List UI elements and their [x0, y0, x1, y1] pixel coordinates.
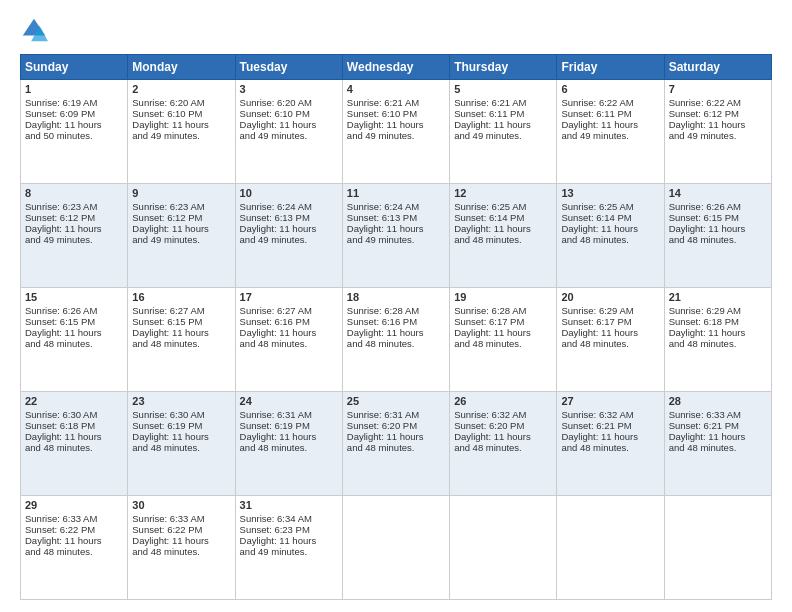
daylight-label: Daylight: 11 hoursand 48 minutes.: [25, 431, 102, 453]
sunrise-label: Sunrise: 6:31 AM: [240, 409, 312, 420]
sunrise-label: Sunrise: 6:28 AM: [347, 305, 419, 316]
daylight-label: Daylight: 11 hoursand 48 minutes.: [669, 223, 746, 245]
day-number: 23: [132, 395, 230, 407]
day-number: 27: [561, 395, 659, 407]
day-number: 3: [240, 83, 338, 95]
day-number: 25: [347, 395, 445, 407]
calendar-cell: 7 Sunrise: 6:22 AM Sunset: 6:12 PM Dayli…: [664, 80, 771, 184]
daylight-label: Daylight: 11 hoursand 48 minutes.: [347, 327, 424, 349]
sunrise-label: Sunrise: 6:21 AM: [347, 97, 419, 108]
sunrise-label: Sunrise: 6:34 AM: [240, 513, 312, 524]
sunrise-label: Sunrise: 6:27 AM: [240, 305, 312, 316]
daylight-label: Daylight: 11 hoursand 49 minutes.: [240, 535, 317, 557]
day-number: 8: [25, 187, 123, 199]
col-friday: Friday: [557, 55, 664, 80]
calendar-cell: 23 Sunrise: 6:30 AM Sunset: 6:19 PM Dayl…: [128, 392, 235, 496]
day-number: 18: [347, 291, 445, 303]
calendar-cell: 25 Sunrise: 6:31 AM Sunset: 6:20 PM Dayl…: [342, 392, 449, 496]
calendar-cell: 4 Sunrise: 6:21 AM Sunset: 6:10 PM Dayli…: [342, 80, 449, 184]
sunset-label: Sunset: 6:09 PM: [25, 108, 95, 119]
col-monday: Monday: [128, 55, 235, 80]
calendar-cell: 9 Sunrise: 6:23 AM Sunset: 6:12 PM Dayli…: [128, 184, 235, 288]
sunrise-label: Sunrise: 6:24 AM: [347, 201, 419, 212]
sunset-label: Sunset: 6:16 PM: [347, 316, 417, 327]
daylight-label: Daylight: 11 hoursand 49 minutes.: [25, 223, 102, 245]
calendar-cell: 20 Sunrise: 6:29 AM Sunset: 6:17 PM Dayl…: [557, 288, 664, 392]
sunset-label: Sunset: 6:23 PM: [240, 524, 310, 535]
calendar-table: Sunday Monday Tuesday Wednesday Thursday…: [20, 54, 772, 600]
sunrise-label: Sunrise: 6:19 AM: [25, 97, 97, 108]
sunrise-label: Sunrise: 6:25 AM: [561, 201, 633, 212]
sunset-label: Sunset: 6:10 PM: [132, 108, 202, 119]
calendar-cell: 21 Sunrise: 6:29 AM Sunset: 6:18 PM Dayl…: [664, 288, 771, 392]
day-number: 14: [669, 187, 767, 199]
daylight-label: Daylight: 11 hoursand 48 minutes.: [669, 431, 746, 453]
sunset-label: Sunset: 6:20 PM: [347, 420, 417, 431]
sunrise-label: Sunrise: 6:27 AM: [132, 305, 204, 316]
daylight-label: Daylight: 11 hoursand 49 minutes.: [561, 119, 638, 141]
day-number: 29: [25, 499, 123, 511]
day-number: 22: [25, 395, 123, 407]
calendar-cell: 16 Sunrise: 6:27 AM Sunset: 6:15 PM Dayl…: [128, 288, 235, 392]
sunset-label: Sunset: 6:18 PM: [25, 420, 95, 431]
calendar-cell: 6 Sunrise: 6:22 AM Sunset: 6:11 PM Dayli…: [557, 80, 664, 184]
day-number: 15: [25, 291, 123, 303]
sunrise-label: Sunrise: 6:25 AM: [454, 201, 526, 212]
sunrise-label: Sunrise: 6:33 AM: [132, 513, 204, 524]
page: Sunday Monday Tuesday Wednesday Thursday…: [0, 0, 792, 612]
daylight-label: Daylight: 11 hoursand 48 minutes.: [561, 327, 638, 349]
sunrise-label: Sunrise: 6:24 AM: [240, 201, 312, 212]
day-number: 26: [454, 395, 552, 407]
calendar-week-row: 8 Sunrise: 6:23 AM Sunset: 6:12 PM Dayli…: [21, 184, 772, 288]
day-number: 19: [454, 291, 552, 303]
sunset-label: Sunset: 6:19 PM: [132, 420, 202, 431]
daylight-label: Daylight: 11 hoursand 48 minutes.: [561, 431, 638, 453]
col-thursday: Thursday: [450, 55, 557, 80]
day-number: 20: [561, 291, 659, 303]
calendar-cell: [342, 496, 449, 600]
sunrise-label: Sunrise: 6:23 AM: [132, 201, 204, 212]
daylight-label: Daylight: 11 hoursand 48 minutes.: [240, 431, 317, 453]
calendar-cell: 28 Sunrise: 6:33 AM Sunset: 6:21 PM Dayl…: [664, 392, 771, 496]
sunrise-label: Sunrise: 6:31 AM: [347, 409, 419, 420]
calendar-cell: 18 Sunrise: 6:28 AM Sunset: 6:16 PM Dayl…: [342, 288, 449, 392]
day-number: 5: [454, 83, 552, 95]
col-sunday: Sunday: [21, 55, 128, 80]
day-number: 1: [25, 83, 123, 95]
header: [20, 16, 772, 44]
sunset-label: Sunset: 6:13 PM: [240, 212, 310, 223]
day-number: 31: [240, 499, 338, 511]
sunset-label: Sunset: 6:14 PM: [561, 212, 631, 223]
col-wednesday: Wednesday: [342, 55, 449, 80]
sunrise-label: Sunrise: 6:26 AM: [669, 201, 741, 212]
sunset-label: Sunset: 6:21 PM: [669, 420, 739, 431]
daylight-label: Daylight: 11 hoursand 48 minutes.: [454, 327, 531, 349]
daylight-label: Daylight: 11 hoursand 48 minutes.: [132, 327, 209, 349]
calendar-cell: 24 Sunrise: 6:31 AM Sunset: 6:19 PM Dayl…: [235, 392, 342, 496]
sunrise-label: Sunrise: 6:26 AM: [25, 305, 97, 316]
calendar-cell: 10 Sunrise: 6:24 AM Sunset: 6:13 PM Dayl…: [235, 184, 342, 288]
daylight-label: Daylight: 11 hoursand 49 minutes.: [347, 119, 424, 141]
day-number: 30: [132, 499, 230, 511]
daylight-label: Daylight: 11 hoursand 49 minutes.: [240, 119, 317, 141]
col-tuesday: Tuesday: [235, 55, 342, 80]
daylight-label: Daylight: 11 hoursand 48 minutes.: [240, 327, 317, 349]
sunrise-label: Sunrise: 6:30 AM: [25, 409, 97, 420]
calendar-cell: [557, 496, 664, 600]
calendar-cell: 14 Sunrise: 6:26 AM Sunset: 6:15 PM Dayl…: [664, 184, 771, 288]
daylight-label: Daylight: 11 hoursand 48 minutes.: [132, 535, 209, 557]
calendar-week-row: 15 Sunrise: 6:26 AM Sunset: 6:15 PM Dayl…: [21, 288, 772, 392]
calendar-cell: 15 Sunrise: 6:26 AM Sunset: 6:15 PM Dayl…: [21, 288, 128, 392]
day-number: 16: [132, 291, 230, 303]
sunset-label: Sunset: 6:20 PM: [454, 420, 524, 431]
calendar-cell: 17 Sunrise: 6:27 AM Sunset: 6:16 PM Dayl…: [235, 288, 342, 392]
daylight-label: Daylight: 11 hoursand 48 minutes.: [25, 327, 102, 349]
sunset-label: Sunset: 6:22 PM: [132, 524, 202, 535]
sunrise-label: Sunrise: 6:28 AM: [454, 305, 526, 316]
sunset-label: Sunset: 6:12 PM: [669, 108, 739, 119]
sunset-label: Sunset: 6:10 PM: [240, 108, 310, 119]
sunrise-label: Sunrise: 6:33 AM: [669, 409, 741, 420]
daylight-label: Daylight: 11 hoursand 48 minutes.: [25, 535, 102, 557]
day-number: 28: [669, 395, 767, 407]
calendar-cell: 31 Sunrise: 6:34 AM Sunset: 6:23 PM Dayl…: [235, 496, 342, 600]
